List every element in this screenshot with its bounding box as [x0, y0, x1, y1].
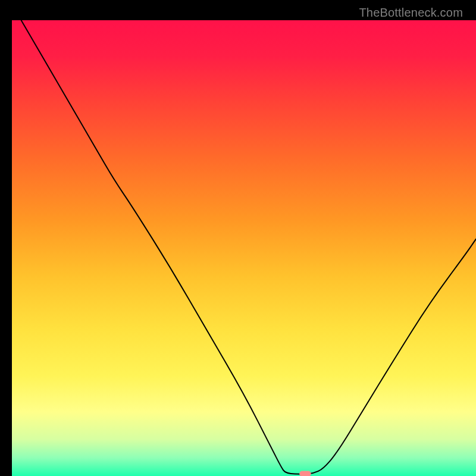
chart-background [12, 20, 476, 476]
chart-frame: TheBottleneck.com [6, 6, 470, 470]
bottleneck-chart [12, 20, 476, 476]
optimum-marker [299, 471, 311, 476]
attribution-label: TheBottleneck.com [359, 6, 463, 20]
